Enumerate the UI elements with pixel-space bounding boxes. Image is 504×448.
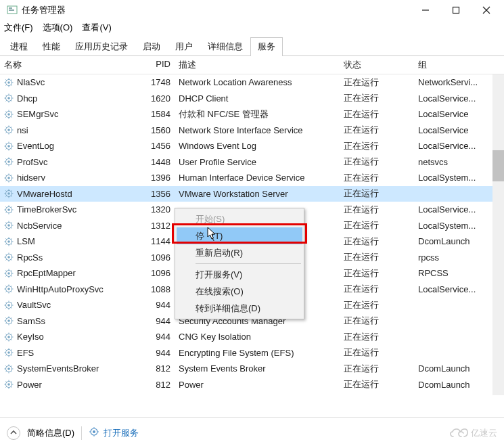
service-pid: 1560 bbox=[139, 125, 179, 135]
svg-line-164 bbox=[11, 323, 12, 323]
service-status: 正在运行 bbox=[344, 76, 418, 89]
table-row[interactable]: Power812Power正在运行DcomLaunch bbox=[0, 377, 504, 393]
service-group: DcomLaunch bbox=[418, 380, 504, 390]
scrollbar-thumb[interactable] bbox=[492, 150, 504, 181]
svg-line-43 bbox=[5, 127, 6, 128]
service-name: SystemEventsBroker bbox=[17, 363, 99, 374]
menu-view[interactable]: 查看(V) bbox=[82, 22, 111, 34]
watermark: 亿速云 bbox=[449, 427, 497, 439]
tab-startup[interactable]: 启动 bbox=[135, 37, 168, 56]
fewer-details-button[interactable] bbox=[7, 426, 20, 440]
service-desc: VMware Workstation Server bbox=[179, 189, 344, 199]
service-pid: 1456 bbox=[139, 141, 179, 151]
table-row[interactable]: NlaSvc1748Network Location Awareness正在运行… bbox=[0, 74, 504, 91]
svg-line-24 bbox=[11, 100, 12, 101]
table-row[interactable]: Dhcp1620DHCP Client正在运行LocalService... bbox=[0, 91, 504, 107]
service-status: 正在运行 bbox=[344, 378, 418, 390]
tab-performance[interactable]: 性能 bbox=[35, 37, 68, 56]
service-group: netsvcs bbox=[418, 157, 504, 167]
service-group: rpcss bbox=[418, 252, 504, 263]
svg-line-125 bbox=[11, 254, 12, 255]
service-pid: 1356 bbox=[139, 189, 179, 199]
svg-line-66 bbox=[5, 164, 6, 164]
service-status: 正在运行 bbox=[344, 124, 418, 136]
svg-line-104 bbox=[11, 227, 12, 228]
scrollbar[interactable] bbox=[492, 74, 504, 395]
service-pid: 1144 bbox=[139, 236, 179, 246]
svg-line-15 bbox=[11, 79, 12, 80]
tab-processes[interactable]: 进程 bbox=[3, 37, 35, 56]
maximize-button[interactable] bbox=[440, 0, 471, 20]
svg-line-166 bbox=[5, 323, 6, 323]
service-status: 正在运行 bbox=[344, 140, 418, 152]
svg-line-26 bbox=[5, 100, 6, 101]
svg-line-103 bbox=[5, 223, 6, 223]
svg-line-45 bbox=[11, 127, 12, 128]
svg-line-146 bbox=[5, 291, 6, 292]
header-group[interactable]: 组 bbox=[418, 59, 504, 71]
service-name: Dhcp bbox=[17, 93, 37, 104]
service-name: SamSs bbox=[17, 316, 45, 326]
service-group: DcomLaunch bbox=[418, 363, 504, 374]
fewer-details-label[interactable]: 简略信息(D) bbox=[27, 427, 74, 439]
header-status[interactable]: 状态 bbox=[344, 59, 418, 71]
svg-rect-4 bbox=[453, 7, 459, 14]
table-row[interactable]: EventLog1456Windows Event Log正在运行LocalSe… bbox=[0, 138, 504, 154]
tab-users[interactable]: 用户 bbox=[168, 37, 200, 56]
svg-line-196 bbox=[5, 371, 6, 372]
service-desc: 付款和 NFC/SE 管理器 bbox=[179, 108, 344, 120]
ctx-open-services[interactable]: 打开服务(V) bbox=[177, 266, 302, 283]
service-name: KeyIso bbox=[17, 332, 44, 342]
service-status: 正在运行 bbox=[344, 204, 418, 216]
table-row[interactable]: VMwareHostd1356VMware Workstation Server… bbox=[0, 186, 504, 202]
svg-line-145 bbox=[11, 286, 12, 287]
menu-options[interactable]: 选项(O) bbox=[43, 22, 73, 34]
service-desc: Human Interface Device Service bbox=[179, 173, 344, 183]
tab-details[interactable]: 详细信息 bbox=[200, 37, 250, 56]
svg-line-36 bbox=[5, 116, 6, 117]
service-pid: 1396 bbox=[139, 173, 179, 183]
open-services-link[interactable]: 打开服务 bbox=[89, 426, 139, 439]
tab-app-history[interactable]: 应用历史记录 bbox=[68, 37, 135, 56]
table-row[interactable]: nsi1560Network Store Interface Service正在… bbox=[0, 122, 504, 139]
header-pid[interactable]: PID bbox=[139, 59, 179, 71]
table-row[interactable]: SystemEventsBroker812System Events Broke… bbox=[0, 361, 504, 377]
svg-line-126 bbox=[5, 259, 6, 260]
svg-line-206 bbox=[5, 386, 6, 387]
menu-file[interactable]: 文件(F) bbox=[4, 22, 33, 34]
svg-line-135 bbox=[11, 270, 12, 271]
svg-line-163 bbox=[5, 318, 6, 319]
svg-point-78 bbox=[7, 192, 10, 195]
service-pid: 1584 bbox=[139, 109, 179, 119]
header-name[interactable]: 名称 bbox=[4, 59, 139, 71]
ctx-search-online[interactable]: 在线搜索(O) bbox=[177, 283, 302, 300]
svg-line-94 bbox=[11, 212, 12, 212]
table-row[interactable]: hidserv1396Human Interface Device Servic… bbox=[0, 170, 504, 186]
service-desc: CNG Key Isolation bbox=[179, 332, 344, 342]
service-group: NetworkServi... bbox=[418, 77, 504, 87]
table-row[interactable]: KeyIso944CNG Key Isolation正在运行 bbox=[0, 329, 504, 345]
table-row[interactable]: SEMgrSvc1584付款和 NFC/SE 管理器正在运行LocalServi… bbox=[0, 106, 504, 122]
ctx-stop[interactable]: 停 (T) bbox=[177, 227, 302, 244]
service-status: 正在运行 bbox=[344, 236, 418, 248]
ctx-go-to-details[interactable]: 转到详细信息(D) bbox=[177, 300, 302, 317]
svg-line-63 bbox=[5, 159, 6, 160]
table-row[interactable]: ProfSvc1448User Profile Service正在运行netsv… bbox=[0, 154, 504, 171]
service-name: RpcSs bbox=[17, 252, 43, 263]
tab-services[interactable]: 服务 bbox=[250, 37, 283, 56]
service-status: 正在运行 bbox=[344, 108, 418, 120]
svg-rect-1 bbox=[9, 7, 12, 9]
ctx-restart[interactable]: 重新启动(R) bbox=[177, 244, 302, 261]
service-status: 正在运行 bbox=[344, 363, 418, 375]
tabstrip: 进程 性能 应用历史记录 启动 用户 详细信息 服务 bbox=[0, 37, 504, 56]
svg-line-185 bbox=[11, 350, 12, 351]
close-button[interactable] bbox=[471, 0, 501, 20]
header-description[interactable]: 描述 bbox=[179, 59, 344, 71]
minimize-button[interactable] bbox=[410, 0, 440, 20]
table-row[interactable]: EFS944Encrypting File System (EFS)正在运行 bbox=[0, 345, 504, 361]
svg-point-88 bbox=[7, 208, 10, 211]
service-icon bbox=[4, 141, 14, 151]
app-icon bbox=[7, 5, 18, 16]
service-status: 正在运行 bbox=[344, 219, 418, 231]
service-group: LocalService bbox=[418, 125, 504, 135]
